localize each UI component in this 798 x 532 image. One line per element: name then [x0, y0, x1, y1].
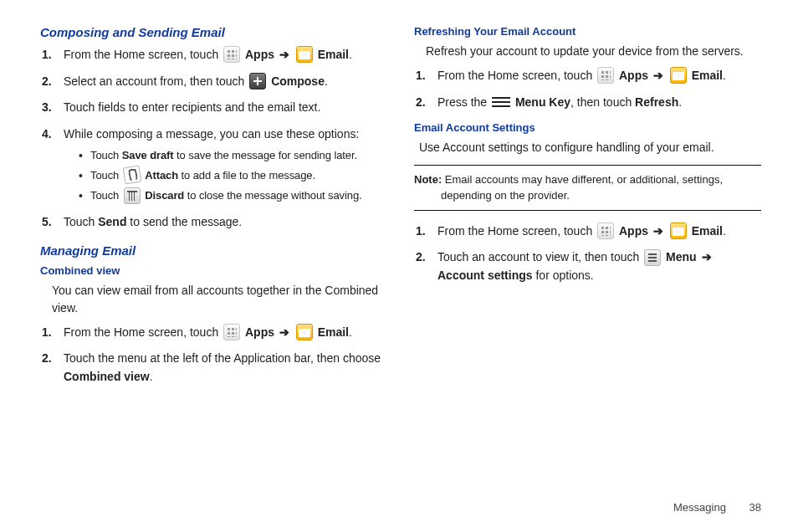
heading-refresh: Refreshing Your Email Account: [414, 25, 761, 38]
step-text: Select an account from, then touch: [64, 74, 248, 88]
apps-icon: [223, 324, 240, 340]
step: 1. From the Home screen, touch Apps ➔ Em…: [437, 67, 761, 85]
step-text: Touch the menu at the left of the Applic…: [64, 351, 381, 365]
bullet-bold: Discard: [145, 189, 184, 202]
bullet-text: to save the message for sending later.: [174, 149, 357, 161]
step-number: 1.: [416, 67, 426, 85]
step-text: Touch an account to view it, then touch: [437, 250, 642, 263]
compose-label: Compose: [271, 74, 325, 88]
attach-icon: [122, 166, 141, 185]
step: 2. Press the Menu Key, then touch Refres…: [437, 94, 761, 112]
step-text: Touch: [64, 215, 98, 228]
apps-label: Apps: [619, 224, 648, 238]
step-number: 4.: [42, 125, 52, 144]
page-footer: Messaging 38: [673, 501, 761, 514]
arrow-icon: ➔: [278, 325, 291, 339]
apps-icon: [597, 67, 614, 84]
bullet: Touch Save draft to save the message for…: [90, 147, 387, 164]
menu-icon: [644, 249, 661, 266]
email-icon: [670, 223, 687, 239]
step: 1. From the Home screen, touch Apps ➔ Em…: [437, 223, 761, 241]
left-column: Composing and Sending Email 1. From the …: [40, 25, 387, 395]
step-text: From the Home screen, touch: [437, 224, 596, 238]
compose-icon: [249, 73, 266, 90]
apps-label: Apps: [245, 48, 274, 61]
settings-intro: Use Account settings to configure handli…: [419, 139, 761, 156]
step: 1. From the Home screen, touch Apps ➔ Em…: [64, 46, 387, 64]
period: .: [723, 69, 726, 82]
step-text: From the Home screen, touch: [64, 48, 222, 61]
step-number: 2.: [42, 350, 52, 368]
step-number: 2.: [416, 248, 426, 267]
step-text: From the Home screen, touch: [437, 69, 596, 82]
step-text: While composing a message, you can use t…: [64, 127, 359, 141]
footer-section: Messaging: [673, 501, 726, 514]
step-text: Press the: [437, 95, 490, 109]
step-number: 5.: [42, 213, 52, 232]
bullet-text: to add a file to the message.: [178, 169, 315, 182]
step: 2. Touch the menu at the left of the App…: [64, 350, 387, 386]
step-number: 1.: [416, 223, 426, 241]
step-text: , then touch: [570, 95, 635, 109]
options-bullets: Touch Save draft to save the message for…: [64, 147, 387, 205]
email-label: Email: [318, 48, 349, 61]
step: 5. Touch Send to send the message.: [64, 213, 387, 232]
bullet: Touch Attach to add a file to the messag…: [90, 167, 387, 185]
step-text: to send the message.: [126, 215, 242, 228]
email-label: Email: [692, 224, 723, 238]
refresh-steps: 1. From the Home screen, touch Apps ➔ Em…: [414, 67, 761, 111]
compose-steps: 1. From the Home screen, touch Apps ➔ Em…: [40, 46, 387, 232]
menu-label: Menu: [666, 250, 697, 263]
email-label: Email: [318, 325, 349, 339]
step-number: 2.: [42, 73, 52, 91]
email-icon: [296, 324, 313, 340]
period: .: [723, 224, 726, 238]
bullet-bold: Save draft: [122, 149, 174, 161]
email-icon: [670, 67, 687, 84]
bullet: Touch Discard to close the message witho…: [90, 187, 387, 205]
menu-key-label: Menu Key: [515, 95, 570, 109]
heading-combined-view: Combined view: [40, 264, 387, 277]
step-number: 1.: [42, 324, 52, 342]
note-label: Note:: [414, 173, 442, 186]
combined-steps: 1. From the Home screen, touch Apps ➔ Em…: [40, 324, 387, 386]
note-text: Email accounts may have different, or ad…: [441, 173, 723, 201]
arrow-icon: ➔: [278, 48, 291, 61]
apps-icon: [223, 46, 240, 63]
bullet-text: Touch: [90, 189, 122, 202]
email-icon: [296, 46, 313, 63]
step: 1. From the Home screen, touch Apps ➔ Em…: [64, 324, 387, 342]
bullet-bold: Attach: [145, 169, 178, 182]
period: .: [325, 74, 328, 88]
apps-label: Apps: [245, 325, 274, 339]
heading-managing: Managing Email: [40, 243, 387, 258]
apps-icon: [597, 223, 614, 239]
heading-settings: Email Account Settings: [414, 121, 761, 134]
period: .: [150, 370, 153, 383]
step-text: Touch fields to enter recipients and the…: [64, 100, 320, 114]
note-box: Note: Email accounts may have different,…: [414, 165, 761, 210]
settings-steps: 1. From the Home screen, touch Apps ➔ Em…: [414, 223, 761, 285]
apps-label: Apps: [619, 69, 648, 82]
arrow-icon: ➔: [652, 224, 665, 238]
combined-view-label: Combined view: [64, 370, 150, 383]
step-number: 3.: [42, 99, 52, 117]
step: 3. Touch fields to enter recipients and …: [64, 99, 387, 117]
step-number: 1.: [42, 46, 52, 64]
arrow-icon: ➔: [700, 250, 714, 263]
email-label: Email: [692, 69, 723, 82]
refresh-intro: Refresh your account to update your devi…: [426, 43, 761, 60]
right-column: Refreshing Your Email Account Refresh yo…: [414, 25, 761, 395]
bullet-text: Touch: [90, 149, 122, 161]
period: .: [349, 325, 352, 339]
heading-composing: Composing and Sending Email: [40, 25, 387, 39]
step-number: 2.: [416, 94, 426, 112]
bullet-text: Touch: [90, 169, 122, 182]
step-text: From the Home screen, touch: [64, 325, 222, 339]
account-settings-label: Account settings: [437, 269, 533, 282]
refresh-label: Refresh: [635, 95, 678, 109]
discard-icon: [124, 187, 141, 204]
arrow-icon: ➔: [652, 69, 665, 82]
step: 2. Select an account from, then touch Co…: [64, 73, 387, 91]
menu-key-icon: [492, 96, 510, 108]
